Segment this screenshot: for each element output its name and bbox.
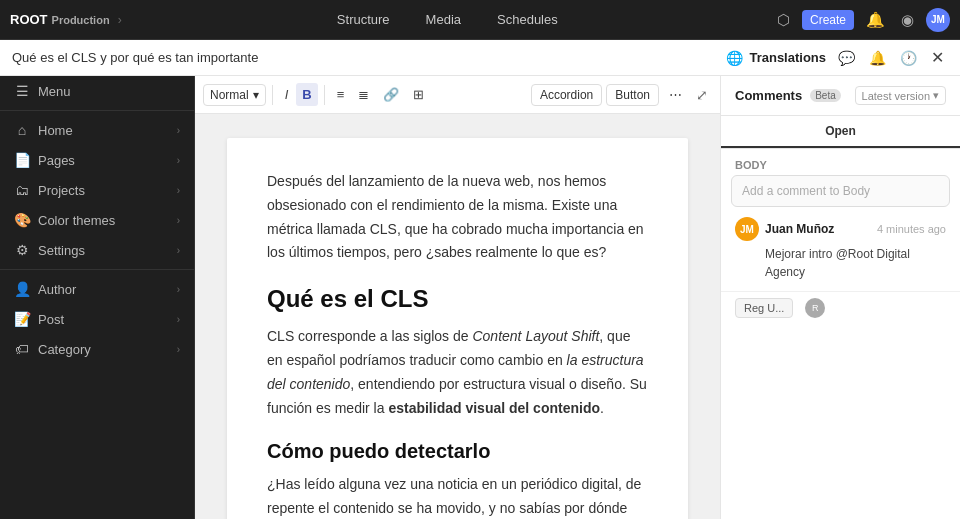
content-path: Qué es el CLS y por qué es tan important… bbox=[12, 50, 718, 65]
style-chevron: ▾ bbox=[253, 88, 259, 102]
unordered-list-button[interactable]: ≡ bbox=[331, 83, 351, 106]
editor-document: Después del lanzamiento de la nueva web,… bbox=[227, 138, 688, 519]
comment-entry: JM Juan Muñoz 4 minutes ago Mejorar intr… bbox=[721, 207, 960, 292]
home-icon: ⌂ bbox=[14, 122, 30, 138]
sidebar-item-author[interactable]: 👤 Author › bbox=[0, 274, 194, 304]
sidebar-item-home[interactable]: ⌂ Home › bbox=[0, 115, 194, 145]
commenter-name: Juan Muñoz bbox=[765, 222, 834, 236]
doc-heading-2: Cómo puedo detectarlo bbox=[267, 440, 648, 463]
translations-bar: Qué es el CLS y por qué es tan important… bbox=[0, 40, 960, 76]
home-label: Home bbox=[38, 123, 169, 138]
sidebar-item-color-themes[interactable]: 🎨 Color themes › bbox=[0, 205, 194, 235]
toolbar-divider-1 bbox=[272, 85, 273, 105]
settings-icon: ⚙ bbox=[14, 242, 30, 258]
resolve-button[interactable]: Reg U... bbox=[735, 298, 793, 318]
color-themes-label: Color themes bbox=[38, 213, 169, 228]
comments-icon-button[interactable]: 💬 bbox=[834, 46, 859, 70]
editor-scroll[interactable]: Después del lanzamiento de la nueva web,… bbox=[195, 114, 720, 519]
history-icon-button[interactable]: 🕐 bbox=[896, 46, 921, 70]
logo-sub: Production bbox=[52, 14, 110, 26]
commenter-initials: JM bbox=[740, 224, 754, 235]
bold-button[interactable]: B bbox=[296, 83, 317, 106]
pages-chevron: › bbox=[177, 155, 180, 166]
toolbar-divider-2 bbox=[324, 85, 325, 105]
commenter-avatar: JM bbox=[735, 217, 759, 241]
menu-label: Menu bbox=[38, 84, 180, 99]
create-button[interactable]: Create bbox=[802, 10, 854, 30]
comment-body: Mejorar intro @Root Digital Agency bbox=[735, 245, 946, 281]
version-selector[interactable]: Latest version ▾ bbox=[855, 86, 946, 105]
settings-chevron: › bbox=[177, 245, 180, 256]
pages-label: Pages bbox=[38, 153, 169, 168]
body-section-label: Body bbox=[721, 149, 960, 175]
sidebar-divider-1 bbox=[0, 110, 194, 111]
sidebar-item-pages[interactable]: 📄 Pages › bbox=[0, 145, 194, 175]
home-chevron: › bbox=[177, 125, 180, 136]
comment-time: 4 minutes ago bbox=[877, 223, 946, 235]
comment-header: JM Juan Muñoz 4 minutes ago bbox=[735, 217, 946, 241]
topbar-chevron: › bbox=[118, 13, 122, 27]
post-icon: 📝 bbox=[14, 311, 30, 327]
version-label: Latest version bbox=[862, 90, 930, 102]
beta-badge: Beta bbox=[810, 89, 841, 102]
expand-button[interactable]: ⤢ bbox=[692, 83, 712, 107]
search-icon[interactable]: ⬡ bbox=[773, 7, 794, 33]
link-button[interactable]: 🔗 bbox=[377, 83, 405, 106]
right-panel: Comments Beta Latest version ▾ Open Body… bbox=[720, 76, 960, 519]
category-chevron: › bbox=[177, 344, 180, 355]
logo-text: ROOT bbox=[10, 12, 48, 27]
close-button[interactable]: ✕ bbox=[927, 44, 948, 71]
topbar-logo: ROOT Production bbox=[10, 12, 110, 27]
bell-icon-button[interactable]: 🔔 bbox=[865, 46, 890, 70]
style-selector[interactable]: Normal ▾ bbox=[203, 84, 266, 106]
button-block-button[interactable]: Button bbox=[606, 84, 659, 106]
sidebar-item-projects[interactable]: 🗂 Projects › bbox=[0, 175, 194, 205]
sidebar-item-post[interactable]: 📝 Post › bbox=[0, 304, 194, 334]
accordion-label: Accordion bbox=[540, 88, 593, 102]
author-icon: 👤 bbox=[14, 281, 30, 297]
sidebar-item-category[interactable]: 🏷 Category › bbox=[0, 334, 194, 364]
resolved-avatar: R bbox=[805, 298, 825, 318]
ordered-list-button[interactable]: ≣ bbox=[352, 83, 375, 106]
category-label: Category bbox=[38, 342, 169, 357]
projects-chevron: › bbox=[177, 185, 180, 196]
activity-icon[interactable]: ◉ bbox=[897, 7, 918, 33]
style-label: Normal bbox=[210, 88, 249, 102]
sidebar: ☰ Menu ⌂ Home › 📄 Pages › 🗂 Projects › 🎨… bbox=[0, 76, 195, 519]
topbar-nav-area: Structure Media Schedules bbox=[130, 8, 765, 31]
post-label: Post bbox=[38, 312, 169, 327]
button-block-label: Button bbox=[615, 88, 650, 102]
main-area: ☰ Menu ⌂ Home › 📄 Pages › 🗂 Projects › 🎨… bbox=[0, 76, 960, 519]
translations-globe-icon: 🌐 bbox=[726, 50, 743, 66]
settings-label: Settings bbox=[38, 243, 169, 258]
accordion-button[interactable]: Accordion bbox=[531, 84, 602, 106]
color-themes-icon: 🎨 bbox=[14, 212, 30, 228]
more-options-button[interactable]: ⋯ bbox=[663, 83, 688, 106]
translations-actions: 💬 🔔 🕐 ✕ bbox=[834, 44, 948, 71]
translations-title: Translations bbox=[749, 50, 826, 65]
nav-media[interactable]: Media bbox=[418, 8, 469, 31]
comment-input[interactable]: Add a comment to Body bbox=[731, 175, 950, 207]
comment-resolve-row: Reg U... R bbox=[721, 292, 960, 324]
translations-label: 🌐 Translations bbox=[726, 50, 826, 66]
sidebar-divider-2 bbox=[0, 269, 194, 270]
doc-heading-1: Qué es el CLS bbox=[267, 285, 648, 313]
image-button[interactable]: ⊞ bbox=[407, 83, 430, 106]
author-label: Author bbox=[38, 282, 169, 297]
menu-icon: ☰ bbox=[14, 83, 30, 99]
editor-area: Normal ▾ I B ≡ ≣ 🔗 ⊞ Accordion Button ⋯ … bbox=[195, 76, 720, 519]
doc-paragraph-2: ¿Has leído alguna vez una noticia en un … bbox=[267, 473, 648, 519]
post-chevron: › bbox=[177, 314, 180, 325]
nav-structure[interactable]: Structure bbox=[329, 8, 398, 31]
version-chevron: ▾ bbox=[933, 89, 939, 102]
doc-intro: Después del lanzamiento de la nueva web,… bbox=[267, 170, 648, 265]
sidebar-item-settings[interactable]: ⚙ Settings › bbox=[0, 235, 194, 265]
tab-open[interactable]: Open bbox=[721, 116, 960, 148]
comments-title: Comments bbox=[735, 88, 802, 103]
sidebar-menu-toggle[interactable]: ☰ Menu bbox=[0, 76, 194, 106]
color-themes-chevron: › bbox=[177, 215, 180, 226]
nav-schedules[interactable]: Schedules bbox=[489, 8, 566, 31]
user-avatar[interactable]: JM bbox=[926, 8, 950, 32]
italic-button[interactable]: I bbox=[279, 83, 295, 106]
notification-icon[interactable]: 🔔 bbox=[862, 7, 889, 33]
